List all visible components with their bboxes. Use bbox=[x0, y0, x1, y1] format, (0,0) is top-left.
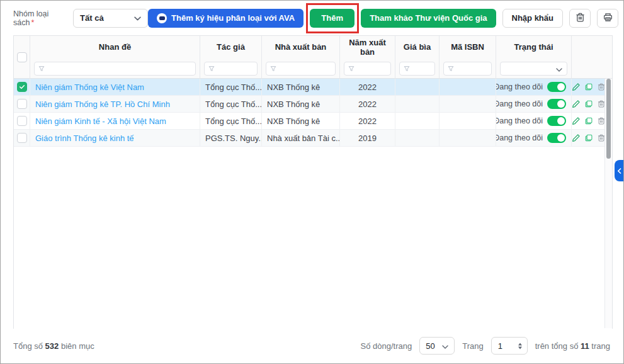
status-toggle[interactable] bbox=[547, 82, 566, 92]
page-number-input[interactable]: 1 bbox=[491, 337, 528, 355]
row-checkbox[interactable] bbox=[17, 116, 27, 126]
publisher-cell: NXB Thống kê bbox=[262, 113, 340, 129]
delete-selected-button[interactable] bbox=[569, 9, 591, 28]
total-pages-count: 11 bbox=[581, 341, 589, 351]
table-empty-area bbox=[14, 147, 612, 329]
vertical-scrollbar[interactable] bbox=[604, 79, 612, 328]
copy-icon[interactable] bbox=[584, 134, 593, 142]
filter-input-price[interactable] bbox=[399, 62, 435, 76]
filter-funnel-icon bbox=[208, 64, 215, 74]
column-header-publisher: Nhà xuất bản bbox=[262, 36, 339, 59]
isbn-cell bbox=[440, 96, 496, 112]
page-label: Trang bbox=[462, 341, 483, 351]
status-text: Đang theo dõi bbox=[496, 134, 543, 142]
price-cell bbox=[395, 130, 440, 146]
book-group-select[interactable]: Tất cả bbox=[73, 9, 148, 28]
column-header-isbn: Mã ISBN bbox=[440, 36, 496, 59]
national-library-button[interactable]: Tham khảo Thư viện Quốc gia bbox=[361, 9, 496, 28]
status-toggle[interactable] bbox=[547, 99, 566, 109]
table-row[interactable]: Niên giám Thống kê Việt Nam Tổng cục Thố… bbox=[14, 79, 612, 96]
edit-icon[interactable] bbox=[572, 82, 581, 91]
row-checkbox[interactable] bbox=[17, 133, 27, 143]
filter-funnel-icon bbox=[404, 64, 410, 74]
book-title-link[interactable]: Niên giám Thống kê TP. Hồ Chí Minh bbox=[35, 100, 170, 109]
filter-input-isbn[interactable] bbox=[443, 62, 492, 76]
scrollbar-thumb[interactable] bbox=[606, 79, 611, 159]
required-asterisk: * bbox=[31, 18, 34, 27]
table-row[interactable]: Niên giám Thống kê TP. Hồ Chí Minh Tổng … bbox=[14, 96, 612, 113]
isbn-cell bbox=[440, 130, 496, 146]
status-text: Đang theo dõi bbox=[496, 100, 543, 108]
stepper-up-icon bbox=[518, 343, 523, 346]
copy-icon[interactable] bbox=[584, 100, 593, 108]
ava-logo-icon bbox=[157, 13, 167, 23]
book-title-link[interactable]: Niên giám Thống kê Việt Nam bbox=[35, 82, 144, 92]
column-header-price: Giá bìa bbox=[395, 36, 439, 59]
filter-input-title[interactable] bbox=[34, 62, 196, 76]
page-number-value: 1 bbox=[498, 341, 502, 351]
copy-icon[interactable] bbox=[584, 82, 593, 91]
footer: Tổng số 532 biên mục Số dòng/trang 50 Tr… bbox=[1, 329, 623, 363]
year-cell: 2022 bbox=[340, 96, 395, 112]
toolbar: Nhóm loại sách* Tất cả Thêm ký hiệu phân… bbox=[1, 1, 623, 35]
rows-per-page-label: Số dòng/trang bbox=[361, 341, 412, 351]
select-all-checkbox[interactable] bbox=[17, 52, 27, 62]
column-header-year: Năm xuất bản bbox=[340, 36, 395, 59]
price-cell bbox=[395, 96, 440, 112]
author-cell: PGS.TS. Nguy... bbox=[200, 130, 262, 146]
filter-funnel-icon bbox=[348, 64, 355, 74]
rows-per-page-select[interactable]: 50 bbox=[419, 337, 455, 355]
total-pages-text: trên tổng số 11 trang bbox=[535, 341, 610, 351]
table-header: Nhan đề Tác giả Nhà xuất bản Năm xuất bả… bbox=[14, 36, 612, 79]
books-table: Nhan đề Tác giả Nhà xuất bản Năm xuất bả… bbox=[13, 35, 613, 329]
copy-icon[interactable] bbox=[584, 117, 593, 125]
author-cell: Tổng cục Thố... bbox=[200, 113, 262, 129]
year-cell: 2022 bbox=[340, 79, 395, 95]
add-ava-classification-button[interactable]: Thêm ký hiệu phân loại với AVA bbox=[148, 9, 303, 28]
book-group-value: Tất cả bbox=[80, 13, 104, 23]
author-cell: Tổng cục Thố... bbox=[200, 96, 262, 112]
collapse-panel-tab[interactable] bbox=[615, 160, 623, 181]
edit-icon[interactable] bbox=[572, 117, 581, 125]
status-toggle[interactable] bbox=[547, 133, 566, 143]
isbn-cell bbox=[440, 113, 496, 129]
group-label: Nhóm loại sách* bbox=[13, 9, 67, 27]
add-button[interactable]: Thêm bbox=[310, 9, 355, 28]
author-cell: Tổng cục Thố... bbox=[200, 79, 262, 95]
print-button[interactable] bbox=[597, 9, 618, 28]
total-records-count: 532 bbox=[45, 341, 59, 351]
publisher-cell: Nhà xuất bản Tài c... bbox=[262, 130, 340, 146]
column-header-title: Nhan đề bbox=[30, 36, 200, 59]
filter-input-publisher[interactable] bbox=[266, 62, 336, 76]
printer-icon bbox=[603, 12, 613, 25]
filter-funnel-icon bbox=[270, 64, 276, 74]
isbn-cell bbox=[440, 79, 496, 95]
filter-input-author[interactable] bbox=[204, 62, 258, 76]
column-header-status: Trạng thái bbox=[496, 36, 571, 59]
filter-funnel-icon bbox=[38, 64, 45, 74]
rows-per-page-value: 50 bbox=[426, 341, 434, 351]
table-body: Niên giám Thống kê Việt Nam Tổng cục Thố… bbox=[14, 79, 612, 147]
book-title-link[interactable]: Giáo trình Thống kê kinh tế bbox=[35, 134, 134, 143]
price-cell bbox=[395, 113, 440, 129]
edit-icon[interactable] bbox=[572, 134, 581, 142]
row-checkbox[interactable] bbox=[17, 82, 27, 92]
status-toggle[interactable] bbox=[547, 116, 566, 126]
chevron-down-icon bbox=[556, 64, 562, 74]
table-row[interactable]: Giáo trình Thống kê kinh tế PGS.TS. Nguy… bbox=[14, 130, 612, 147]
edit-icon[interactable] bbox=[572, 100, 581, 108]
column-header-author: Tác giả bbox=[200, 36, 261, 59]
table-row[interactable]: Niên giám Kinh tế - Xã hội Việt Nam Tổng… bbox=[14, 113, 612, 130]
publisher-cell: NXB Thống kê bbox=[262, 96, 340, 112]
page-stepper[interactable] bbox=[518, 343, 523, 350]
row-checkbox[interactable] bbox=[17, 99, 27, 109]
publisher-cell: NXB Thống kê bbox=[262, 79, 340, 95]
year-cell: 2022 bbox=[340, 113, 395, 129]
import-button[interactable]: Nhập khẩu bbox=[502, 9, 563, 28]
filter-input-year[interactable] bbox=[344, 62, 391, 76]
book-title-link[interactable]: Niên giám Kinh tế - Xã hội Việt Nam bbox=[35, 117, 166, 126]
trash-icon bbox=[575, 12, 586, 25]
year-cell: 2019 bbox=[340, 130, 395, 146]
catalog-page: Nhóm loại sách* Tất cả Thêm ký hiệu phân… bbox=[0, 0, 624, 364]
filter-select-status[interactable] bbox=[500, 62, 567, 76]
